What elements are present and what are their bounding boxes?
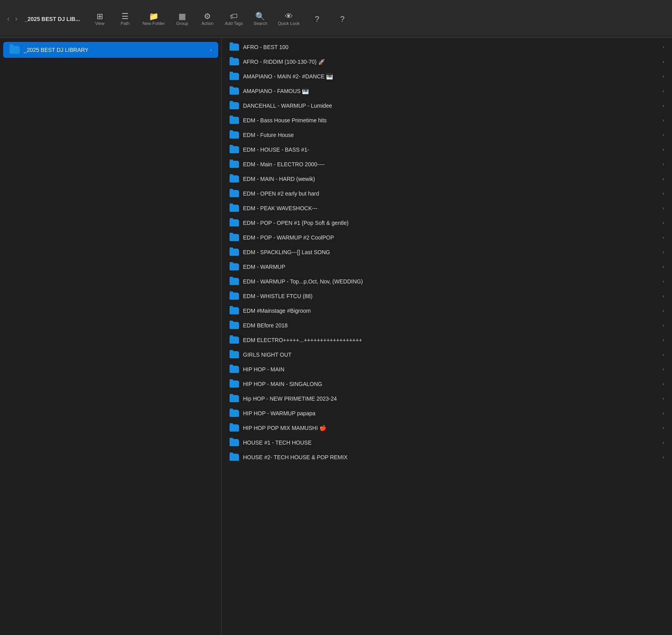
list-item[interactable]: AMAPIANO - MAIN #2- #DANCE 🎹› xyxy=(223,69,670,84)
action-button[interactable]: ⚙ Action xyxy=(196,10,219,28)
list-item[interactable]: GIRLS NIGHT OUT› xyxy=(223,348,670,362)
list-item[interactable]: EDM - Future House› xyxy=(223,128,670,142)
list-item[interactable]: Hip HOP - NEW PRIMETIME 2023-24› xyxy=(223,392,670,406)
list-item[interactable]: EDM - WARMUP› xyxy=(223,260,670,274)
list-item[interactable]: EDM #Mainstage #Bigroom› xyxy=(223,304,670,318)
folder-icon xyxy=(230,44,239,51)
path-label: Path xyxy=(121,21,130,26)
folder-icon xyxy=(230,263,239,270)
file-item-chevron: › xyxy=(663,44,664,50)
file-item-chevron: › xyxy=(663,323,664,328)
quick-look-button[interactable]: 👁 Quick Look xyxy=(274,10,304,28)
action-icon: ⚙ xyxy=(204,12,211,20)
file-item-name: HIP HOP - WARMUP papapa xyxy=(243,410,659,416)
file-item-chevron: › xyxy=(663,425,664,431)
file-item-chevron: › xyxy=(663,411,664,416)
add-tags-button[interactable]: 🏷 Add Tags xyxy=(221,10,247,28)
file-item-chevron: › xyxy=(663,352,664,357)
list-item[interactable]: DANCEHALL - WARMUP - Lumidee› xyxy=(223,99,670,113)
file-item-chevron: › xyxy=(663,440,664,445)
folder-icon xyxy=(230,439,239,446)
list-item[interactable]: AFRO - BEST 100› xyxy=(223,40,670,54)
search-icon: 🔍 xyxy=(255,12,265,20)
list-item[interactable]: HIP HOP - MAIN - SINGALONG› xyxy=(223,377,670,391)
list-item[interactable]: AFRO - RIDDIM (100-130-70) 🚀› xyxy=(223,55,670,69)
folder-icon xyxy=(230,395,239,402)
file-item-chevron: › xyxy=(663,88,664,94)
file-item-chevron: › xyxy=(663,381,664,387)
file-item-name: EDM ELECTRO+++++...++++++++++++++++++ xyxy=(243,337,659,343)
sidebar: _2025 BEST DJ LIBRARY › xyxy=(0,38,222,635)
new-folder-button[interactable]: 📁 New Folder xyxy=(139,10,169,28)
folder-icon xyxy=(230,117,239,124)
folder-icon xyxy=(230,307,239,314)
file-item-name: AMAPIANO - FAMOUS 🎹 xyxy=(243,88,659,94)
list-item[interactable]: EDM - PEAK WAVESHOCK---› xyxy=(223,201,670,215)
list-item[interactable]: EDM - HOUSE - BASS #1-› xyxy=(223,143,670,157)
file-item-name: EDM - POP - OPEN #1 (Pop Soft & gentle) xyxy=(243,220,659,226)
file-item-name: GIRLS NIGHT OUT xyxy=(243,352,659,358)
list-item[interactable]: HIP HOP POP MIX MAMUSHI 🍎› xyxy=(223,421,670,435)
file-item-name: EDM - MAIN - HARD (wewik) xyxy=(243,176,659,182)
nav-buttons: ‹ › xyxy=(5,13,20,25)
forward-button[interactable]: › xyxy=(13,13,20,25)
list-item[interactable]: AMAPIANO - FAMOUS 🎹› xyxy=(223,84,670,98)
new-folder-label: New Folder xyxy=(142,21,165,26)
list-item[interactable]: EDM - WARMUP - Top...p,Oct, Nov, (WEDDIN… xyxy=(223,274,670,289)
file-item-chevron: › xyxy=(663,176,664,182)
group-button[interactable]: ▦ Group xyxy=(170,10,194,28)
list-item[interactable]: EDM - POP - OPEN #1 (Pop Soft & gentle)› xyxy=(223,216,670,230)
file-list: AFRO - BEST 100›AFRO - RIDDIM (100-130-7… xyxy=(222,38,672,635)
file-item-chevron: › xyxy=(663,59,664,65)
list-item[interactable]: EDM - OPEN #2 early but hard› xyxy=(223,186,670,201)
list-item[interactable]: HIP HOP - MAIN› xyxy=(223,362,670,376)
folder-icon xyxy=(230,87,239,95)
sidebar-item-label: _2025 BEST DJ LIBRARY xyxy=(24,47,210,53)
list-item[interactable]: HOUSE #2- TECH HOUSE & POP REMIX› xyxy=(223,450,670,464)
path-button[interactable]: ☰ Path xyxy=(113,10,137,28)
file-item-chevron: › xyxy=(663,279,664,284)
file-item-chevron: › xyxy=(663,147,664,152)
search-button[interactable]: 🔍 Search xyxy=(249,10,272,28)
file-item-chevron: › xyxy=(663,264,664,270)
view-label: View xyxy=(95,21,104,26)
search-label: Search xyxy=(254,21,268,26)
file-item-chevron: › xyxy=(663,191,664,196)
file-item-chevron: › xyxy=(663,235,664,240)
folder-icon xyxy=(230,131,239,139)
folder-icon xyxy=(230,175,239,183)
file-item-name: HOUSE #1 - TECH HOUSE xyxy=(243,439,659,446)
list-item[interactable]: EDM - WHISTLE FTCU (88)› xyxy=(223,289,670,303)
list-item[interactable]: EDM BEfore 2018› xyxy=(223,318,670,333)
help1-button[interactable]: ? xyxy=(305,13,329,25)
sidebar-item-2025-best-dj-library[interactable]: _2025 BEST DJ LIBRARY › xyxy=(3,42,218,58)
list-item[interactable]: EDM - Bass House Primetime hits› xyxy=(223,113,670,127)
folder-icon xyxy=(230,424,239,432)
list-item[interactable]: EDM - SPACKLING---[] Last SONG› xyxy=(223,245,670,259)
folder-icon xyxy=(9,46,20,54)
file-item-name: EDM - POP - WARMUP #2 CoolPOP xyxy=(243,234,659,241)
list-item[interactable]: EDM - POP - WARMUP #2 CoolPOP› xyxy=(223,230,670,245)
folder-icon xyxy=(230,351,239,358)
list-item[interactable]: HIP HOP - WARMUP papapa› xyxy=(223,406,670,420)
sidebar-chevron: › xyxy=(210,47,212,53)
add-tags-label: Add Tags xyxy=(225,21,243,26)
file-item-name: EDM - OPEN #2 early but hard xyxy=(243,190,659,197)
back-button[interactable]: ‹ xyxy=(5,13,12,25)
file-item-name: EDM BEfore 2018 xyxy=(243,322,659,329)
file-item-name: AFRO - BEST 100 xyxy=(243,44,659,50)
file-item-name: DANCEHALL - WARMUP - Lumidee xyxy=(243,103,659,109)
file-item-chevron: › xyxy=(663,367,664,372)
help2-button[interactable]: ? xyxy=(330,13,354,25)
folder-icon xyxy=(230,366,239,373)
file-item-chevron: › xyxy=(663,308,664,314)
folder-icon xyxy=(230,73,239,80)
view-button[interactable]: ⊞ View xyxy=(88,10,112,28)
list-item[interactable]: EDM ELECTRO+++++...++++++++++++++++++› xyxy=(223,333,670,347)
list-item[interactable]: EDM - Main - ELECTRO 2000----› xyxy=(223,157,670,171)
help1-icon: ? xyxy=(315,15,319,23)
path-icon: ☰ xyxy=(121,12,129,20)
list-item[interactable]: EDM - MAIN - HARD (wewik)› xyxy=(223,172,670,186)
list-item[interactable]: HOUSE #1 - TECH HOUSE› xyxy=(223,435,670,450)
file-item-name: Hip HOP - NEW PRIMETIME 2023-24 xyxy=(243,395,659,402)
